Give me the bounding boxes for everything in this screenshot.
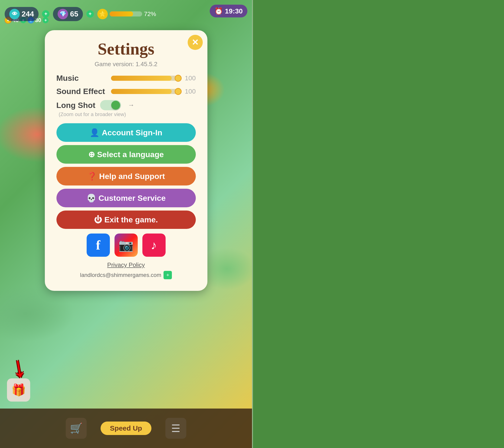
bottom-bar-left: 🛒 Speed Up ☰ — [0, 409, 252, 448]
timer: ⏰ 19:30 — [210, 5, 247, 17]
music-row: Music 100 — [56, 74, 196, 83]
add-crystals-button[interactable]: + — [86, 10, 94, 18]
gem-icon: 👁 — [9, 9, 20, 19]
music-slider-fill — [111, 76, 172, 81]
toggle-arrow-icon: → — [128, 102, 134, 109]
user-icon: 👤 — [90, 128, 99, 137]
power-icon: ⏻ — [94, 215, 102, 224]
facebook-icon: f — [96, 238, 100, 253]
email-icon: + — [163, 271, 172, 279]
privacy-policy-link[interactable]: Privacy Policy — [56, 261, 196, 269]
email-text: landlordcs@shimmergames.com — [80, 272, 162, 278]
gem-counter: 👁 244 — [5, 7, 38, 21]
select-language-button[interactable]: ⊕ Select a language — [56, 145, 196, 164]
gift-icon: 🎁 — [11, 383, 26, 397]
exit-game-button[interactable]: ⏻ Exit the game. — [56, 210, 196, 229]
tiktok-button[interactable]: ♪ — [142, 234, 166, 257]
sound-label: Sound Effect — [56, 87, 108, 96]
account-signin-button[interactable]: 👤 Account Sign-In — [56, 123, 196, 142]
social-buttons-row: f 📷 ♪ — [56, 234, 196, 257]
email-row: landlordcs@shimmergames.com + — [56, 271, 196, 279]
add-gems-button[interactable]: + — [42, 10, 50, 18]
long-shot-label: Long Shot — [56, 101, 95, 110]
music-label: Music — [56, 74, 108, 83]
star-bar-fill — [110, 11, 133, 17]
toggle-knob — [111, 101, 120, 110]
star-bar — [110, 11, 142, 17]
long-shot-hint: (Zoom out for a broader view) — [59, 111, 196, 118]
instagram-icon: 📷 — [118, 238, 134, 252]
star-pct: 72% — [144, 10, 156, 18]
crystal-counter: 💎 65 — [53, 7, 83, 21]
long-shot-row: Long Shot → — [56, 100, 196, 110]
star-icon: ⭐ — [97, 9, 108, 19]
music-value: 100 — [182, 74, 196, 82]
sound-row: Sound Effect 100 — [56, 87, 196, 96]
speed-up-button[interactable]: Speed Up — [101, 422, 151, 435]
music-slider-thumb — [175, 75, 182, 82]
panel-divider — [252, 0, 253, 448]
settings-close-button[interactable]: ✕ — [188, 35, 203, 50]
sound-value: 100 — [182, 88, 196, 95]
menu-icon[interactable]: ☰ — [165, 418, 186, 439]
customer-icon: 💀 — [86, 193, 96, 203]
instagram-button[interactable]: 📷 — [114, 234, 138, 257]
help-support-button[interactable]: ❓ Help and Support — [56, 167, 196, 186]
crystal-value: 65 — [70, 10, 78, 18]
tiktok-icon: ♪ — [151, 238, 157, 252]
timer-value: 19:30 — [225, 7, 243, 15]
gem-value: 244 — [22, 10, 34, 18]
long-shot-toggle[interactable] — [100, 100, 121, 110]
sound-slider-fill — [111, 89, 172, 94]
left-panel: 👁 244 + 💎 65 + ⭐ 72% ⏰ 19:30 ● 40 + 💧 30 — [0, 0, 252, 448]
settings-version: Game version: 1.45.5.2 — [56, 61, 196, 68]
clock-icon: ⏰ — [214, 7, 223, 15]
facebook-button[interactable]: f — [87, 234, 110, 257]
sound-slider[interactable] — [111, 89, 178, 94]
star-bar-container: ⭐ 72% — [97, 9, 156, 19]
crystal-icon: 💎 — [58, 9, 68, 19]
hud-bar: 👁 244 + 💎 65 + ⭐ 72% ⏰ 19:30 — [0, 0, 252, 28]
settings-title: Settings — [56, 39, 196, 59]
question-icon: ❓ — [87, 172, 97, 181]
shop-icon[interactable]: 🛒 — [66, 418, 87, 439]
settings-modal-left: ✕ Settings Game version: 1.45.5.2 Music … — [45, 30, 207, 291]
globe-icon: ⊕ — [88, 150, 95, 159]
sound-slider-thumb — [175, 88, 182, 95]
music-slider[interactable] — [111, 76, 178, 81]
customer-service-button[interactable]: 💀 Customer Service — [56, 189, 196, 207]
